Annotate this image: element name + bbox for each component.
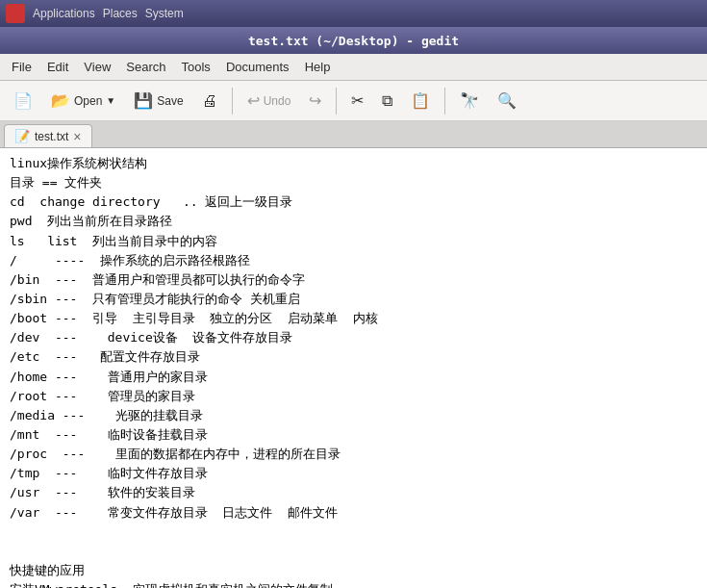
text-line: /media --- 光驱的挂载目录 [10,406,697,425]
text-line [10,523,697,542]
save-icon: 💾 [134,91,153,110]
open-label: Open [74,94,102,108]
new-icon: 📄 [13,91,33,110]
text-line: /root --- 管理员的家目录 [10,387,697,406]
tab-filename: test.txt [35,130,68,143]
undo-label: Undo [264,94,291,108]
redo-button[interactable]: ↪ [301,88,329,114]
text-line: /etc --- 配置文件存放目录 [10,347,697,367]
titlebar: test.txt (~/Desktop) - gedit [0,27,707,54]
text-line: linux操作系统树状结构 [10,154,697,173]
text-line: /dev --- device设备 设备文件存放目录 [10,328,697,347]
text-line: /bin --- 普通用户和管理员都可以执行的命令字 [10,270,697,290]
applications-menu[interactable]: Applications [33,7,95,20]
menu-search[interactable]: Search [118,57,173,77]
menubar: File Edit View Search Tools Documents He… [0,54,707,81]
toolbar-separator-1 [232,88,233,115]
copy-button[interactable]: ⧉ [374,89,400,114]
text-line: 快捷键的应用 [10,561,697,580]
window-title: test.txt (~/Desktop) - gedit [248,34,459,48]
open-button[interactable]: 📂 Open ▼ [43,88,123,114]
system-bar: Applications Places System [0,0,707,27]
text-line: cd change directory .. 返回上一级目录 [10,192,697,212]
text-line: 安装VMwaretools 实现虚拟机和真实机之间的文件复制 [10,580,697,588]
system-logo-icon [6,4,25,23]
text-line: /tmp --- 临时文件存放目录 [10,464,697,483]
toolbar: 📄 📂 Open ▼ 💾 Save 🖨 ↩ Undo ↪ ✂ ⧉ 📋 🔭 🔍 [0,81,707,121]
open-icon: 📂 [51,91,70,110]
system-menu[interactable]: System [145,7,184,20]
text-editor-content[interactable]: linux操作系统树状结构目录 == 文件夹cd change director… [0,148,707,588]
places-menu[interactable]: Places [103,7,138,20]
cut-icon: ✂ [351,91,364,110]
menu-tools[interactable]: Tools [174,57,218,77]
text-line: /var --- 常变文件存放目录 日志文件 邮件文件 [10,503,697,523]
tabbar: 📝 test.txt × [0,121,707,148]
save-label: Save [157,94,183,108]
menu-file[interactable]: File [4,57,39,77]
cut-button[interactable]: ✂ [343,88,371,114]
text-line: /proc --- 里面的数据都在内存中，进程的所在目录 [10,445,697,464]
text-line: /mnt --- 临时设备挂载目录 [10,425,697,445]
menu-edit[interactable]: Edit [39,57,76,77]
text-line [10,542,697,561]
paste-button[interactable]: 📋 [403,88,438,114]
toolbar-separator-3 [444,88,445,115]
replace-icon: 🔍 [497,91,517,110]
text-line: ls list 列出当前目录中的内容 [10,232,697,251]
print-button[interactable]: 🖨 [194,89,225,114]
text-line: 目录 == 文件夹 [10,173,697,192]
tab-close-button[interactable]: × [73,130,81,143]
paste-icon: 📋 [411,91,430,110]
undo-button[interactable]: ↩ Undo [240,88,299,114]
tab-test-txt[interactable]: 📝 test.txt × [4,124,92,147]
new-button[interactable]: 📄 [6,88,40,114]
menu-documents[interactable]: Documents [218,57,297,77]
open-dropdown-icon[interactable]: ▼ [106,95,115,106]
toolbar-separator-2 [336,88,337,115]
text-line: /home --- 普通用户的家目录 [10,368,697,387]
find-icon: 🔭 [460,91,479,110]
copy-icon: ⧉ [382,92,392,110]
save-button[interactable]: 💾 Save [126,88,190,114]
tab-file-icon: 📝 [14,129,30,143]
find-button[interactable]: 🔭 [452,88,487,114]
text-line: / ---- 操作系统的启示路径根路径 [10,251,697,270]
menu-view[interactable]: View [76,57,118,77]
text-line: /sbin --- 只有管理员才能执行的命令 关机重启 [10,290,697,309]
text-line: /usr --- 软件的安装目录 [10,483,697,502]
undo-icon: ↩ [247,91,260,110]
replace-button[interactable]: 🔍 [490,88,524,114]
text-line: pwd 列出当前所在目录路径 [10,212,697,231]
redo-icon: ↪ [309,91,321,110]
print-icon: 🖨 [202,92,217,110]
text-line: /boot --- 引导 主引导目录 独立的分区 启动菜单 内核 [10,309,697,328]
menu-help[interactable]: Help [297,57,339,77]
